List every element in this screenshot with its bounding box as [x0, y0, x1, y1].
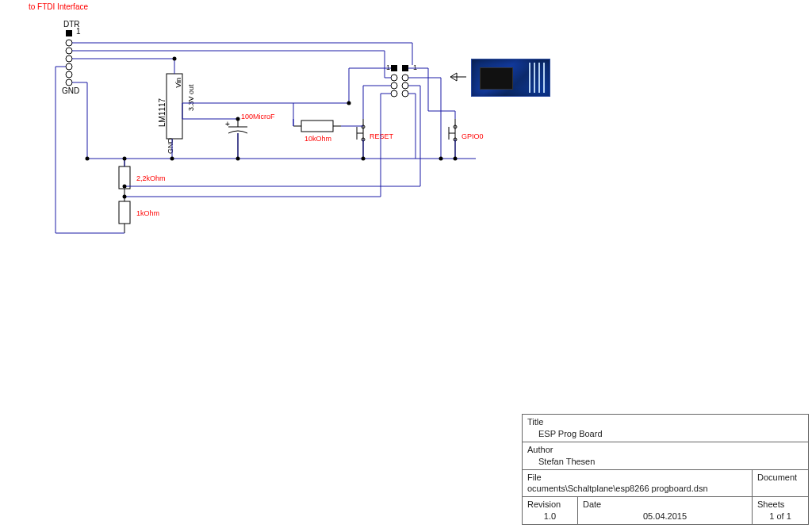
tb-sheets-head: Sheets [757, 499, 803, 511]
r10k-label: 10kOhm [304, 135, 331, 143]
tb-date-val: 05.04.2015 [583, 511, 747, 522]
svg-point-48 [236, 117, 240, 121]
svg-rect-29 [402, 65, 408, 71]
svg-point-42 [123, 157, 127, 161]
r-10k: 10kOhm [293, 121, 341, 143]
svg-rect-0 [66, 30, 72, 36]
svg-point-4 [66, 63, 72, 70]
esp-pin1-l: 1 [386, 63, 390, 71]
svg-point-5 [66, 71, 72, 78]
switch-gpio0: GPIO0 [449, 119, 484, 159]
ftdi-connector: DTR 1 GND [62, 20, 81, 95]
label-ftdi: to FTDI Interface [29, 2, 88, 11]
tb-rev-val: 1.0 [527, 511, 573, 522]
label-pin1-conn: 1 [76, 27, 81, 36]
tb-date-head: Date [583, 499, 747, 511]
svg-point-26 [391, 75, 397, 81]
svg-point-50 [123, 195, 127, 199]
svg-point-45 [362, 157, 366, 161]
r22k-label: 2,2kOhm [136, 174, 166, 182]
svg-rect-25 [391, 65, 397, 71]
reset-label: RESET [370, 132, 394, 140]
svg-point-28 [391, 90, 397, 97]
svg-point-1 [66, 40, 72, 46]
svg-point-6 [66, 79, 72, 86]
title-block: Title ESP Prog Board Author Stefan These… [522, 414, 809, 525]
svg-rect-38 [119, 201, 130, 224]
tb-title-head: Title [527, 416, 803, 428]
svg-point-31 [402, 82, 408, 89]
r-2-2k: 2,2kOhm [119, 159, 166, 197]
svg-point-46 [439, 157, 443, 161]
svg-point-43 [170, 157, 174, 161]
lm1117-out: 3.3V out [187, 84, 195, 111]
svg-point-41 [86, 157, 90, 161]
lm1117-regulator: LM1117 Vin 3.3V out GND [158, 74, 195, 154]
tb-file-val: ocuments\Schaltplane\esp8266 progboard.d… [527, 483, 747, 495]
svg-point-47 [454, 157, 458, 161]
svg-point-52 [173, 57, 177, 61]
esp8266-module-photo [471, 59, 550, 97]
svg-point-49 [347, 101, 351, 105]
tb-doc-head: Document [757, 472, 803, 484]
lm1117-name: LM1117 [158, 98, 167, 127]
svg-point-27 [391, 82, 397, 89]
tb-title-val: ESP Prog Board [527, 428, 803, 440]
r1k-label: 1kOhm [136, 209, 159, 217]
tb-rev-head: Revision [527, 499, 573, 511]
cap-100uf: 100MicroF + [225, 113, 275, 159]
r-1k: 1kOhm [119, 197, 159, 233]
svg-point-51 [123, 185, 127, 189]
esp-arrow [450, 73, 466, 81]
esp-pin1-r: 1 [413, 63, 417, 71]
label-gnd-conn: GND [62, 86, 79, 95]
lm1117-gnd: GND [167, 138, 174, 155]
svg-point-44 [236, 157, 240, 161]
gpio0-label: GPIO0 [462, 132, 484, 140]
svg-text:+: + [225, 120, 230, 128]
tb-author-val: Stefan Thesen [527, 456, 803, 468]
svg-point-2 [66, 48, 72, 54]
tb-author-head: Author [527, 444, 803, 456]
svg-point-32 [402, 90, 408, 97]
switch-reset: RESET [357, 119, 394, 159]
tb-sheets-val: 1 of 1 [757, 511, 803, 522]
svg-point-3 [66, 55, 72, 62]
svg-rect-12 [301, 121, 333, 132]
cap-label: 100MicroF [241, 113, 275, 121]
svg-point-30 [402, 75, 408, 81]
tb-file-head: File [527, 472, 747, 484]
lm1117-vin: Vin [174, 78, 182, 88]
